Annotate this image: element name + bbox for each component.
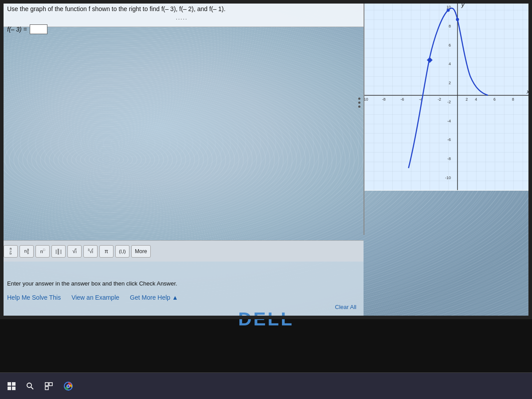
monitor-base: DELL	[0, 319, 532, 372]
help-buttons: Help Me Solve This View an Example Get M…	[7, 294, 356, 301]
question-area: Use the graph of the function f shown to…	[0, 0, 364, 27]
svg-rect-35	[45, 383, 48, 386]
svg-text:-6: -6	[401, 97, 404, 102]
interval-btn[interactable]: (l,l)	[115, 245, 129, 258]
dell-logo-area: DELL	[222, 301, 310, 337]
svg-point-33	[27, 383, 31, 387]
svg-text:-10: -10	[364, 97, 368, 102]
question-text: Use the graph of the function f shown to…	[7, 5, 226, 12]
graph-container: y x 10 8 6 4 2 -2 -4 -6 -8 -10 -10 -8	[364, 0, 532, 191]
view-example-btn[interactable]: View an Example	[71, 294, 119, 301]
svg-rect-32	[12, 387, 16, 390]
svg-text:x: x	[526, 88, 530, 95]
svg-text:-2: -2	[438, 97, 441, 102]
svg-rect-36	[49, 383, 52, 386]
graph-inner: y x 10 8 6 4 2 -2 -4 -6 -8 -10 -10 -8	[364, 0, 532, 191]
more-btn[interactable]: More	[131, 245, 151, 258]
dell-logo: DELL	[238, 309, 294, 330]
taskbar	[0, 372, 532, 399]
answer-input[interactable]	[30, 24, 47, 34]
svg-text:-4: -4	[447, 119, 451, 123]
math-toolbar: a b n a b n□ |║| √i 3√i	[0, 240, 364, 262]
svg-text:8: 8	[512, 97, 514, 102]
svg-text:2: 2	[449, 81, 451, 85]
svg-text:8: 8	[449, 24, 451, 28]
abs-value-btn[interactable]: |║|	[51, 245, 66, 258]
instruction-text: Enter your answer in the answer box and …	[7, 280, 356, 287]
mixed-number-btn[interactable]: n a b	[20, 245, 34, 258]
svg-text:6: 6	[493, 97, 496, 102]
svg-text:-8: -8	[447, 156, 451, 161]
svg-text:6: 6	[449, 43, 451, 47]
windows-start-btn[interactable]	[4, 378, 20, 394]
svg-rect-29	[8, 382, 11, 386]
svg-point-28	[456, 18, 459, 21]
task-view-btn[interactable]	[41, 378, 57, 394]
answer-row: f(– 3) =	[7, 24, 47, 34]
svg-text:-2: -2	[447, 100, 451, 104]
svg-line-34	[31, 387, 33, 389]
screen: Use the graph of the function f shown to…	[0, 0, 532, 319]
search-btn[interactable]	[23, 379, 37, 393]
svg-point-41	[67, 385, 70, 387]
dots-separator	[358, 98, 360, 108]
svg-rect-37	[45, 387, 48, 390]
answer-label: f(– 3) =	[7, 26, 27, 33]
svg-text:4: 4	[449, 62, 451, 66]
svg-rect-31	[8, 387, 11, 390]
more-dots-indicator: .....	[176, 15, 188, 21]
cbrt-btn[interactable]: 3√i	[83, 245, 98, 258]
help-me-solve-btn[interactable]: Help Me Solve This	[7, 294, 61, 301]
svg-text:-6: -6	[447, 137, 451, 142]
pi-btn[interactable]: π	[99, 245, 113, 258]
sqrt-btn[interactable]: √i	[67, 245, 82, 258]
svg-point-27	[447, 9, 450, 12]
svg-rect-30	[12, 382, 16, 386]
get-more-help-btn[interactable]: Get More Help ▲	[130, 294, 178, 301]
svg-text:-8: -8	[382, 97, 386, 102]
fraction-btn[interactable]: a b	[4, 245, 18, 258]
svg-text:2: 2	[466, 97, 468, 102]
clear-all-btn[interactable]: Clear All	[335, 304, 356, 310]
superscript-btn[interactable]: n□	[35, 245, 50, 258]
chrome-btn[interactable]	[60, 378, 76, 394]
svg-text:4: 4	[475, 97, 477, 102]
svg-text:-10: -10	[445, 176, 451, 180]
graph-svg: y x 10 8 6 4 2 -2 -4 -6 -8 -10 -10 -8	[364, 0, 532, 191]
